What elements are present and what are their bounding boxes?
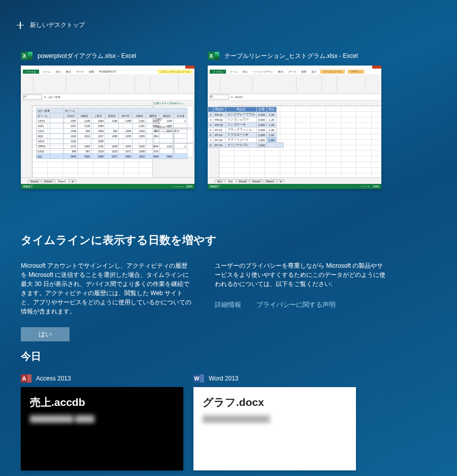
window-title: powerpivotダイアグラム.xlsx - Excel <box>38 52 136 60</box>
more-info-link[interactable]: 詳細情報 <box>215 300 241 310</box>
timeline-text-right: ユーザーのプライバシーを尊重しながら Microsoft の製品やサービスをより… <box>215 261 386 289</box>
card-app-label: Word 2013 <box>209 375 238 382</box>
svg-text:X: X <box>209 53 213 59</box>
excel-icon: X <box>21 51 34 61</box>
window-thumbnail[interactable]: ファイル ホーム 挿入 ページレイアウト 数式 データ 校閲 表示 テーブル ツ… <box>208 66 381 189</box>
access-icon: A <box>21 373 32 384</box>
yes-button[interactable]: はい <box>21 327 70 341</box>
task-window-2[interactable]: X テーブルリレーション_ヒストグラム.xlsx - Excel ファイル ホー… <box>208 51 381 189</box>
ribbon-tabs: ファイル ホーム 挿入 ページレイアウト 数式 データ 校閲 表示 テーブル ツ… <box>208 69 381 74</box>
svg-rect-17 <box>200 374 204 383</box>
svg-rect-9 <box>215 54 219 56</box>
today-heading: 今日 <box>21 350 356 363</box>
svg-rect-8 <box>215 52 219 54</box>
card-app-label: Access 2013 <box>36 375 71 382</box>
svg-rect-3 <box>28 54 32 56</box>
svg-rect-10 <box>215 56 219 58</box>
timeline-card-word[interactable]: W Word 2013 グラフ.docx ▓▓▓▓▓▓▓▓▓▓▓▓▓▓ <box>193 373 356 470</box>
svg-text:X: X <box>22 53 26 59</box>
word-icon: W <box>193 373 205 384</box>
card-filename: グラフ.docx <box>203 395 347 409</box>
svg-text:W: W <box>194 375 200 382</box>
new-desktop-label: 新しいデスクトップ <box>30 21 85 29</box>
data-table: 商品ID商品名定価商品2PR-01ピンクグレープフル2,0001,003PR-0… <box>208 107 284 148</box>
timeline-text-left: Microsoft アカウントでサインインし、アクティビティの履歴を Micro… <box>21 261 192 316</box>
timeline-card-access[interactable]: A Access 2013 売上.accdb ▓▓▓▓▓▓▓▓▓ ▓▓▓▓ <box>21 373 183 470</box>
new-desktop-button[interactable]: 新しいデスクトップ <box>17 21 85 29</box>
card-filename: 売上.accdb <box>30 395 174 409</box>
ribbon-tabs: ファイル ホーム 挿入 数式 データ 校閲 POWERPIVOT ピボットテーブ… <box>21 69 194 74</box>
card-subtext: ▓▓▓▓▓▓▓▓▓ ▓▓▓▓ <box>30 415 174 422</box>
task-window-1[interactable]: X powerpivotダイアグラム.xlsx - Excel ファイル ホーム… <box>21 51 194 189</box>
window-thumbnail[interactable]: ファイル ホーム 挿入 数式 データ 校閲 POWERPIVOT ピボットテーブ… <box>21 66 194 189</box>
svg-rect-11 <box>215 58 219 60</box>
plus-icon <box>17 22 24 29</box>
timeline-promo: タイムラインに表示する日数を増やす Microsoft アカウントでサインインし… <box>21 233 386 341</box>
card-subtext: ▓▓▓▓▓▓▓▓▓▓▓▓▓▓ <box>203 415 347 422</box>
privacy-statement-link[interactable]: プライバシーに関する声明 <box>256 300 336 310</box>
svg-rect-14 <box>27 374 31 383</box>
svg-rect-2 <box>28 52 32 54</box>
window-title: テーブルリレーション_ヒストグラム.xlsx - Excel <box>224 52 358 60</box>
svg-rect-5 <box>28 58 32 60</box>
svg-text:A: A <box>22 375 26 382</box>
pivot-table: 合計 / 数量列ラベル行ラベル渋谷店池袋店上野店新宿店神戸店川崎店梅田店横浜店名… <box>36 108 187 159</box>
timeline-heading: タイムラインに表示する日数を増やす <box>21 233 386 248</box>
svg-rect-4 <box>28 56 32 58</box>
excel-icon: X <box>208 51 220 61</box>
